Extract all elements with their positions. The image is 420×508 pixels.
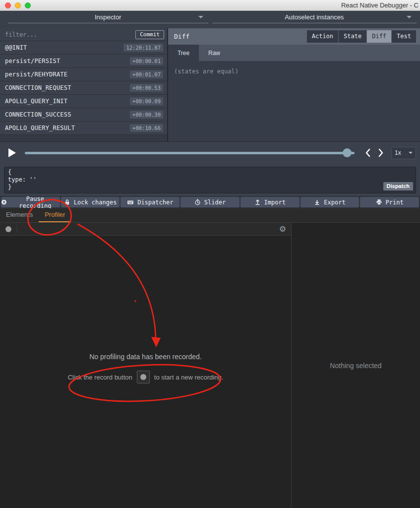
zoom-window-icon[interactable]	[25, 2, 31, 8]
action-name: CONNECTION_REQUEST	[5, 84, 130, 91]
profiler-main-pane: ⚙ No profiling data has been recorded. C…	[0, 223, 291, 508]
close-window-icon[interactable]	[5, 2, 11, 8]
window-titlebar: React Native Debugger - C	[0, 0, 420, 11]
play-button[interactable]	[6, 147, 18, 159]
dispatcher-button[interactable]: Dispatcher	[120, 197, 180, 207]
inspector-dropdown[interactable]: Inspector	[0, 11, 210, 28]
dispatch-section: { type: '' } Dispatch	[0, 164, 420, 196]
action-row[interactable]: CONNECTION_SUCCESS +00:00.30	[0, 108, 167, 122]
dispatch-code[interactable]: { type: '' }	[8, 169, 412, 191]
tab-profiler[interactable]: Profiler	[39, 208, 71, 222]
printer-icon	[376, 199, 382, 205]
chevron-down-icon	[198, 16, 203, 18]
speed-value: 1x	[395, 149, 409, 156]
nothing-selected-text: Nothing selected	[330, 362, 381, 370]
devtools-action-toolbar: Pause recording Lock changes Dispatcher …	[0, 196, 420, 208]
play-icon	[8, 148, 16, 157]
chevron-left-icon	[364, 148, 371, 157]
filter-input[interactable]	[5, 31, 135, 38]
profiler-settings-button[interactable]: ⚙	[279, 225, 286, 233]
autoselect-dropdown-label: Autoselect instances	[285, 13, 344, 21]
subtab-tree[interactable]: Tree	[168, 45, 199, 61]
autoselect-instances-dropdown[interactable]: Autoselect instances	[210, 11, 420, 28]
gear-icon: ⚙	[279, 225, 286, 233]
empty-state-title: No profiling data has been recorded.	[0, 353, 291, 361]
tab-elements[interactable]: Elements	[0, 208, 39, 222]
action-list-panel: Commit @@INIT 12:20:11.87 persist/PERSIS…	[0, 28, 168, 141]
action-row[interactable]: CONNECTION_REQUEST +00:00.53	[0, 81, 167, 95]
dispatch-button[interactable]: Dispatch	[383, 182, 413, 190]
inspector-tab-group: Action State Diff Test	[307, 30, 416, 43]
profiler-toolbar: ⚙	[0, 223, 291, 236]
pause-recording-icon	[1, 199, 7, 205]
record-icon	[140, 374, 146, 380]
devtools-tabstrip: Elements Profiler	[0, 208, 420, 223]
debugger-header: Inspector Autoselect instances	[0, 11, 420, 28]
playback-speed-select[interactable]: 1x	[391, 147, 416, 159]
step-forward-button[interactable]	[374, 146, 387, 159]
action-row[interactable]: persist/PERSIST +00:00.01	[0, 55, 167, 68]
slider-button[interactable]: Slider	[180, 197, 240, 207]
state-inspector-panel: Diff Action State Diff Test Tree Raw (st…	[168, 28, 420, 141]
profiler-sidebar: Nothing selected	[291, 223, 420, 508]
playback-controls: 1x	[0, 141, 420, 164]
timeline-slider[interactable]	[25, 148, 355, 158]
tab-state[interactable]: State	[339, 30, 366, 43]
empty-state-hint: Click the record button to start a new r…	[0, 371, 291, 383]
export-icon	[314, 199, 320, 205]
slider-thumb[interactable]	[343, 148, 352, 157]
action-timestamp: +00:00.01	[130, 57, 163, 65]
action-row[interactable]: persist/REHYDRATE +00:01.07	[0, 68, 167, 81]
toolbar-divider	[17, 225, 17, 233]
window-title: React Native Debugger - C	[341, 0, 419, 10]
timer-icon	[194, 199, 201, 205]
action-row[interactable]: APOLLO_QUERY_RESULT +00:10.66	[0, 122, 167, 135]
chevron-down-icon	[409, 152, 413, 154]
action-timestamp: +00:10.66	[130, 124, 163, 132]
action-filter-row: Commit	[0, 28, 167, 41]
import-button[interactable]: Import	[240, 197, 300, 207]
action-row[interactable]: APOLLO_QUERY_INIT +00:00.09	[0, 95, 167, 108]
chevron-right-icon	[377, 148, 384, 157]
record-icon	[5, 226, 11, 232]
print-button[interactable]: Print	[360, 197, 419, 207]
action-name: APOLLO_QUERY_RESULT	[5, 125, 130, 131]
action-name: persist/REHYDRATE	[5, 71, 130, 78]
inspector-subtab-bar: Tree Raw	[168, 45, 420, 61]
hint-text-after: to start a new recording.	[154, 374, 223, 381]
step-back-button[interactable]	[361, 146, 374, 159]
action-timestamp: +00:00.53	[130, 84, 163, 92]
dispatch-editor[interactable]: { type: '' } Dispatch	[4, 167, 416, 193]
action-timestamp: 12:20:11.87	[123, 44, 163, 52]
commit-button[interactable]: Commit	[135, 30, 164, 39]
import-icon	[254, 199, 261, 205]
slider-track	[25, 152, 355, 154]
tab-diff[interactable]: Diff	[367, 30, 391, 43]
tab-test[interactable]: Test	[392, 30, 416, 43]
action-name: @@INIT	[5, 44, 123, 51]
action-timestamp: +00:01.07	[130, 70, 163, 78]
profiler-canvas: No profiling data has been recorded. Cli…	[0, 236, 291, 508]
inspector-header: Diff Action State Diff Test	[168, 28, 420, 45]
hint-text-before: Click the record button	[68, 374, 132, 381]
profiler-empty-state: No profiling data has been recorded. Cli…	[0, 353, 291, 383]
lock-changes-button[interactable]: Lock changes	[61, 197, 120, 207]
action-name: APOLLO_QUERY_INIT	[5, 98, 130, 105]
record-button-illustration	[137, 371, 150, 383]
action-name: CONNECTION_SUCCESS	[5, 111, 130, 118]
lock-icon	[64, 199, 70, 205]
action-name: persist/PERSIST	[5, 58, 130, 64]
action-row[interactable]: @@INIT 12:20:11.87	[0, 41, 167, 55]
redux-devtools-workspace: Commit @@INIT 12:20:11.87 persist/PERSIS…	[0, 28, 420, 141]
minimize-window-icon[interactable]	[15, 2, 21, 8]
record-profile-button[interactable]	[4, 225, 13, 234]
pause-recording-button[interactable]: Pause recording	[1, 197, 60, 207]
export-button[interactable]: Export	[300, 197, 360, 207]
tab-action[interactable]: Action	[307, 30, 338, 43]
action-timestamp: +00:00.09	[130, 97, 163, 105]
chevron-down-icon	[407, 16, 412, 18]
inspector-title: Diff	[174, 33, 307, 40]
subtab-raw[interactable]: Raw	[199, 45, 230, 61]
inspector-dropdown-label: Inspector	[95, 13, 121, 21]
profiler-content: ⚙ No profiling data has been recorded. C…	[0, 223, 420, 508]
